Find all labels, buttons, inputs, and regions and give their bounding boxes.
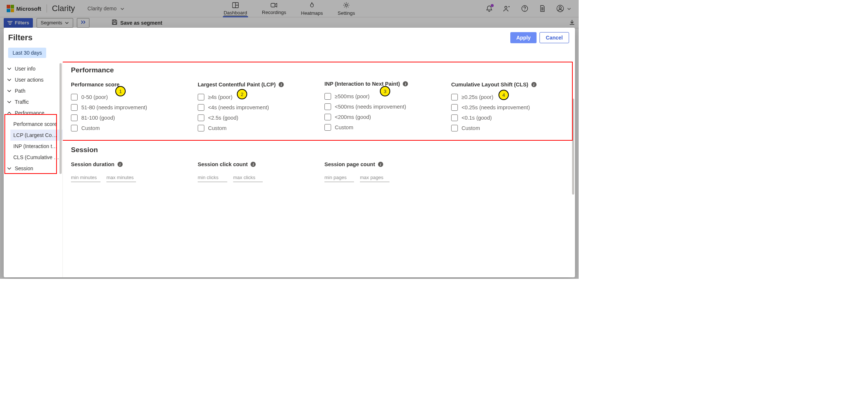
checkbox[interactable] [198,104,204,111]
opt-cls-needs[interactable]: <0.25s (needs improvement) [451,102,570,113]
opt-lcp-poor[interactable]: ≥4s (poor) [198,92,316,102]
checkbox[interactable] [324,103,331,110]
checkbox[interactable] [451,104,458,111]
product-name[interactable]: Clarity [52,4,75,13]
apply-button[interactable]: Apply [510,32,537,43]
info-icon[interactable]: i [251,162,256,167]
tree-session[interactable]: Session [4,163,62,174]
gear-icon [343,2,350,10]
notifications-icon[interactable] [486,5,493,12]
checkbox[interactable] [71,104,78,111]
info-icon[interactable]: i [118,162,123,167]
tree-label: Session [15,165,33,171]
opt-cls-poor[interactable]: ≥0.25s (poor) [451,92,570,102]
section-session-title: Session [71,146,570,154]
opt-lcp-needs[interactable]: <4s (needs improvement) [198,102,316,113]
checkbox[interactable] [451,94,458,100]
col-lcp-head: Largest Contentful Paint (LCP) i [198,82,316,88]
filter-tree: User info User actions Path Traffic Perf… [4,62,63,277]
nav-heatmaps[interactable]: Heatmaps [300,0,324,17]
opt-label: Custom [462,125,480,131]
nav-heatmaps-label: Heatmaps [301,10,323,16]
project-picker[interactable]: Clarity demo [88,0,125,17]
col-score-title: Performance score [71,82,119,88]
tree-path[interactable]: Path [4,85,62,96]
opt-inp-good[interactable]: <200ms (good) [324,112,443,122]
document-icon[interactable] [539,5,546,12]
checkbox[interactable] [324,114,331,120]
info-icon[interactable]: i [279,82,284,87]
nav-recordings-label: Recordings [262,10,286,15]
segments-label: Segments [41,20,62,25]
tree-perf-inp[interactable]: INP (Interaction to Nex… [10,141,62,152]
opt-score-custom[interactable]: Custom [71,123,190,133]
opt-cls-custom[interactable]: Custom [451,123,570,133]
annotation-callout-4: 4 [498,90,509,100]
opt-lcp-good[interactable]: <2.5s (good) [198,113,316,123]
annotation-callout-3: 3 [380,86,390,96]
scrollbar[interactable] [572,99,574,195]
filters-button[interactable]: Filters [4,18,33,28]
svg-point-9 [559,7,561,9]
segments-button[interactable]: Segments [37,18,73,28]
nav-settings-label: Settings [338,10,355,16]
checkbox[interactable] [71,114,78,121]
tree-user-actions[interactable]: User actions [4,74,62,85]
save-segment-label[interactable]: Save as segment [120,20,163,26]
checkbox[interactable] [198,114,204,121]
opt-label: <0.25s (needs improvement) [462,104,530,110]
nav-recordings[interactable]: Recordings [261,0,287,17]
info-icon[interactable]: i [403,81,408,86]
checkbox[interactable] [71,94,78,100]
clicks-max-input[interactable] [233,173,263,182]
scrollbar[interactable] [59,63,62,174]
duration-min-input[interactable] [71,173,101,182]
help-icon[interactable] [521,5,528,12]
duration-max-input[interactable] [106,173,136,182]
clicks-min-input[interactable] [198,173,227,182]
download-icon[interactable] [569,19,575,26]
opt-inp-needs[interactable]: <500ms (needs improvement) [324,102,443,112]
tree-label: LCP (Largest Contentfu… [13,132,59,138]
expand-button[interactable] [77,18,89,28]
nav-settings[interactable]: Settings [337,0,356,17]
opt-lcp-custom[interactable]: Custom [198,123,316,133]
tree-label: Performance [15,110,44,116]
checkbox[interactable] [198,125,204,131]
tree-performance[interactable]: Performance [4,107,62,119]
checkbox[interactable] [451,125,458,131]
tree-traffic[interactable]: Traffic [4,96,62,107]
opt-inp-custom[interactable]: Custom [324,122,443,133]
col-clicks-head: Session click count i [198,161,316,167]
opt-score-good[interactable]: 81-100 (good) [71,113,190,123]
chevron-down-icon [65,21,69,25]
checkbox[interactable] [198,94,204,100]
save-icon [112,19,118,26]
info-icon[interactable]: i [378,162,383,167]
date-range-chip[interactable]: Last 30 days [8,48,46,58]
opt-cls-good[interactable]: <0.1s (good) [451,113,570,123]
tree-user-info[interactable]: User info [4,63,62,74]
cancel-button[interactable]: Cancel [539,32,569,43]
pages-max-input[interactable] [360,173,389,182]
checkbox[interactable] [451,114,458,121]
tree-label: Traffic [15,99,29,105]
tree-label: Path [15,88,25,94]
info-icon[interactable]: i [531,82,537,87]
opt-score-needs[interactable]: 51-80 (needs improvement) [71,102,190,113]
checkbox[interactable] [71,125,78,131]
chevron-down-icon[interactable] [567,6,571,11]
microsoft-label: Microsoft [16,6,41,12]
checkbox[interactable] [324,124,331,131]
annotation-callout-2: 2 [237,89,247,99]
svg-rect-11 [113,23,116,24]
pages-min-input[interactable] [324,173,354,182]
tree-perf-lcp[interactable]: LCP (Largest Contentfu… [10,130,62,141]
tree-perf-score[interactable]: Performance score [10,119,62,130]
account-icon[interactable] [556,5,564,12]
opt-score-poor[interactable]: 0-50 (poor) [71,92,190,102]
checkbox[interactable] [324,93,331,100]
tree-perf-cls[interactable]: CLS (Cumulative Layou… [10,152,62,163]
nav-dashboard[interactable]: Dashboard [223,0,248,17]
people-icon[interactable] [503,5,511,12]
